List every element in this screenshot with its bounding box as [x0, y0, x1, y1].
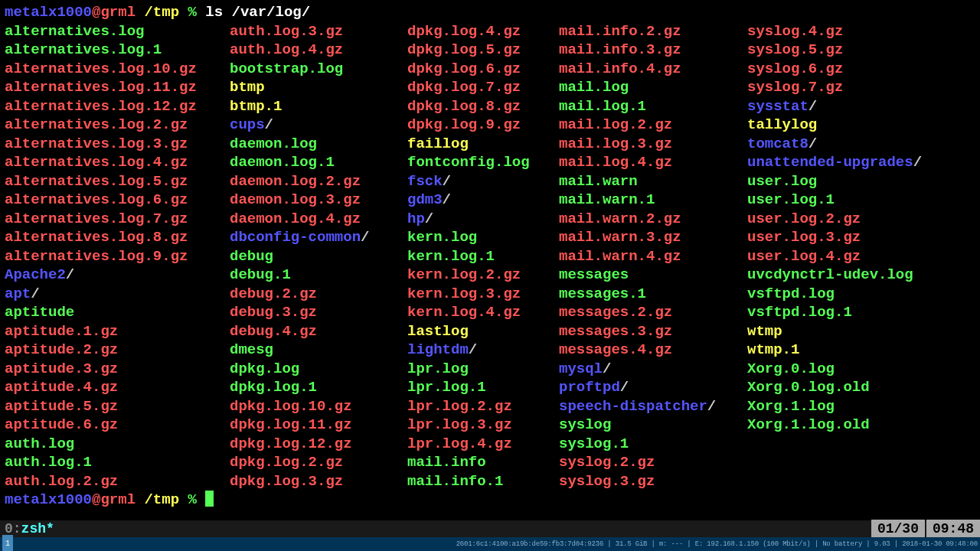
file-entry: aptitude [5, 303, 230, 322]
file-entry: auth.log.3.gz [230, 22, 407, 41]
cursor-icon [205, 491, 214, 507]
file-entry: dpkg.log.3.gz [230, 472, 407, 491]
file-entry: mail.warn.1 [559, 191, 747, 210]
file-entry: dmesg [230, 341, 407, 360]
file-entry: alternatives.log.9.gz [5, 247, 230, 266]
ls-listing: alternatives.logalternatives.log.1altern… [5, 22, 975, 491]
file-entry: user.log.2.gz [747, 210, 975, 229]
file-entry: Apache2/ [5, 266, 230, 285]
file-entry: alternatives.log.10.gz [5, 60, 230, 79]
file-entry: btmp.1 [230, 97, 407, 116]
file-entry: dpkg.log.9.gz [407, 116, 559, 135]
prompt-path: /tmp [144, 4, 179, 21]
file-entry: dpkg.log [230, 360, 407, 379]
file-entry: messages.4.gz [559, 341, 747, 360]
file-entry: syslog [559, 416, 747, 435]
file-entry: speech-dispatcher/ [559, 397, 747, 416]
file-entry: aptitude.2.gz [5, 341, 230, 360]
file-entry: syslog.1 [559, 435, 747, 454]
file-entry: messages.2.gz [559, 303, 747, 322]
file-entry: auth.log.1 [5, 453, 230, 472]
file-entry: messages [559, 266, 747, 285]
file-entry: lpr.log.1 [407, 378, 559, 397]
file-entry: messages.1 [559, 285, 747, 304]
file-entry: mail.warn.4.gz [559, 247, 747, 266]
file-entry: hp/ [407, 210, 559, 229]
file-entry: Xorg.0.log [747, 360, 975, 379]
file-entry: tomcat8/ [747, 135, 975, 154]
tmux-window-name[interactable]: zsh* [21, 520, 54, 539]
file-entry: mail.log.1 [559, 97, 747, 116]
file-entry: dpkg.log.5.gz [407, 41, 559, 60]
file-entry: mail.warn.2.gz [559, 210, 747, 229]
file-entry: Xorg.1.log.old [747, 416, 975, 435]
file-entry: btmp [230, 78, 407, 97]
file-entry: mysql/ [559, 360, 747, 379]
file-entry: alternatives.log.2.gz [5, 116, 230, 135]
prompt-host: grml [100, 4, 136, 21]
file-entry: Xorg.0.log.old [747, 378, 975, 397]
file-entry: alternatives.log.7.gz [5, 210, 230, 229]
file-entry: kern.log.2.gz [407, 266, 559, 285]
file-entry: alternatives.log.8.gz [5, 228, 230, 247]
file-entry: sysstat/ [747, 97, 975, 116]
file-entry: debug.1 [230, 266, 407, 285]
file-entry: wtmp [747, 322, 975, 341]
file-entry: user.log [747, 172, 975, 191]
wm-status-bar[interactable]: 1 2601:6c1:4100:a19b:de59:fb3:7d04:9236 … [0, 537, 980, 551]
file-entry: kern.log [407, 228, 559, 247]
file-entry: user.log.3.gz [747, 228, 975, 247]
file-entry: mail.info.4.gz [559, 60, 747, 79]
file-entry: syslog.5.gz [747, 41, 975, 60]
prompt-symbol: % [188, 4, 196, 21]
file-entry: syslog.4.gz [747, 22, 975, 41]
file-entry: dpkg.log.11.gz [230, 416, 407, 435]
file-entry: lightdm/ [407, 341, 559, 360]
file-entry: daemon.log.2.gz [230, 172, 407, 191]
file-entry: syslog.6.gz [747, 60, 975, 79]
file-entry: vsftpd.log.1 [747, 303, 975, 322]
file-entry: kern.log.1 [407, 247, 559, 266]
file-entry: mail.info.2.gz [559, 22, 747, 41]
file-entry: apt/ [5, 285, 230, 304]
file-entry: debug.4.gz [230, 322, 407, 341]
file-entry: cups/ [230, 116, 407, 135]
file-entry: aptitude.3.gz [5, 360, 230, 379]
file-entry: alternatives.log.4.gz [5, 153, 230, 172]
file-entry: alternatives.log.3.gz [5, 135, 230, 154]
file-entry: alternatives.log [5, 22, 230, 41]
file-entry: tallylog [747, 116, 975, 135]
file-entry: mail.warn [559, 172, 747, 191]
prompt-at: @ [92, 4, 100, 21]
file-entry: lastlog [407, 322, 559, 341]
file-entry: auth.log [5, 435, 230, 454]
file-entry: mail.log.2.gz [559, 116, 747, 135]
file-entry: dpkg.log.4.gz [407, 22, 559, 41]
terminal-output[interactable]: metalx1000@grml /tmp % ls /var/log/ alte… [0, 0, 980, 513]
file-entry: auth.log.4.gz [230, 41, 407, 60]
file-entry: wtmp.1 [747, 341, 975, 360]
file-entry: mail.log.4.gz [559, 153, 747, 172]
file-entry: alternatives.log.6.gz [5, 191, 230, 210]
file-entry: mail.warn.3.gz [559, 228, 747, 247]
file-entry: dpkg.log.2.gz [230, 453, 407, 472]
file-entry: vsftpd.log [747, 285, 975, 304]
file-entry: uvcdynctrl-udev.log [747, 266, 975, 285]
file-entry: debug.3.gz [230, 303, 407, 322]
file-entry: fontconfig.log [407, 153, 559, 172]
workspace-indicator[interactable]: 1 [2, 535, 13, 551]
file-entry: Xorg.1.log [747, 397, 975, 416]
file-entry: dbconfig-common/ [230, 228, 407, 247]
file-entry: lpr.log.2.gz [407, 397, 559, 416]
file-entry: alternatives.log.1 [5, 41, 230, 60]
file-entry: dpkg.log.10.gz [230, 397, 407, 416]
file-entry: unattended-upgrades/ [747, 153, 975, 172]
file-entry: kern.log.3.gz [407, 285, 559, 304]
file-entry: dpkg.log.1 [230, 378, 407, 397]
file-entry: daemon.log [230, 135, 407, 154]
prompt-line-1: metalx1000@grml /tmp % ls /var/log/ [5, 3, 975, 22]
file-entry: daemon.log.4.gz [230, 210, 407, 229]
file-entry: daemon.log.3.gz [230, 191, 407, 210]
file-entry: dpkg.log.8.gz [407, 97, 559, 116]
file-entry: user.log.1 [747, 191, 975, 210]
